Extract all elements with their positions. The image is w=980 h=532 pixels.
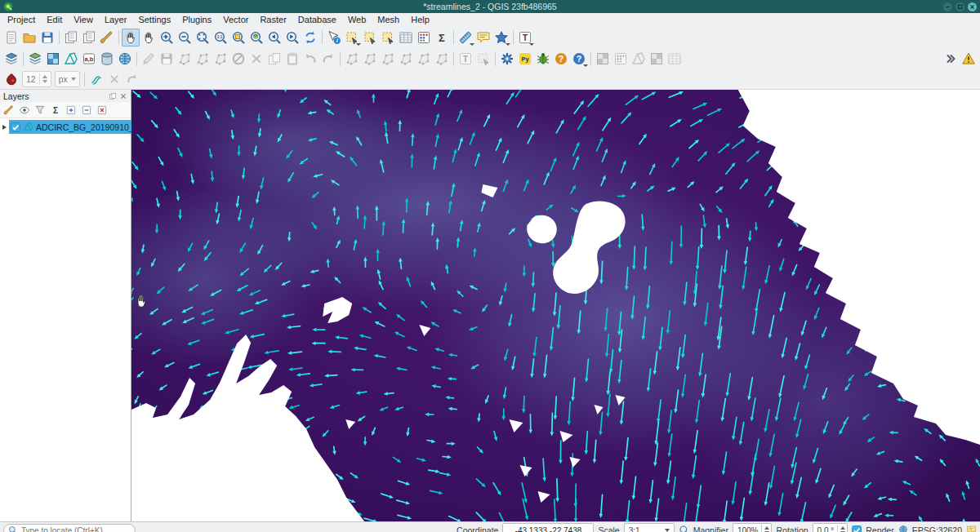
crs-status[interactable]: EPSG:32620: [912, 525, 962, 532]
magnifier-icon[interactable]: [679, 525, 689, 532]
field-calculator-button[interactable]: [415, 29, 433, 47]
redo-edit-button[interactable]: [319, 50, 337, 68]
select-by-expression-button[interactable]: [361, 29, 379, 47]
help-contents-button[interactable]: ?: [552, 50, 570, 68]
expand-all-button[interactable]: [64, 103, 78, 117]
add-mesh-layer-button[interactable]: [62, 50, 80, 68]
menu-layer[interactable]: Layer: [99, 14, 133, 25]
menu-web[interactable]: Web: [342, 14, 372, 25]
georeferencer-button[interactable]: [594, 50, 612, 68]
maximize-button[interactable]: [956, 2, 964, 11]
toggle-editing-button[interactable]: [140, 50, 158, 68]
zoom-in-button[interactable]: [158, 29, 176, 47]
layer-tree[interactable]: ADCIRC_BG_20190910_1t: [0, 118, 131, 521]
save-project-button[interactable]: [38, 29, 56, 47]
rotate-feature-button[interactable]: [397, 50, 415, 68]
paste-features-button[interactable]: [283, 50, 301, 68]
measure-button[interactable]: [457, 29, 474, 47]
zoom-to-native-button[interactable]: 1:1: [212, 29, 229, 47]
filter-legend-button[interactable]: [33, 103, 47, 117]
dropdown-arrow-icon[interactable]: [583, 64, 588, 67]
split-features-button[interactable]: [361, 50, 379, 68]
deselect-features-button[interactable]: [379, 29, 397, 47]
zoom-last-button[interactable]: [265, 29, 283, 47]
panel-close-button[interactable]: [119, 92, 127, 100]
minimize-button[interactable]: [943, 2, 952, 11]
refresh-map-button[interactable]: [301, 29, 319, 47]
interpolation-tool-button[interactable]: [630, 50, 648, 68]
label-delete-tool-button[interactable]: [105, 70, 123, 88]
open-attribute-table-button[interactable]: [397, 29, 415, 47]
map-canvas[interactable]: [131, 90, 980, 521]
zoom-to-layer-button[interactable]: [247, 29, 265, 47]
new-project-button[interactable]: [2, 29, 20, 47]
statistical-summary-button[interactable]: Σ: [433, 29, 451, 47]
zoom-next-button[interactable]: [283, 29, 301, 47]
zoom-out-button[interactable]: [176, 29, 194, 47]
layout-manager-button[interactable]: [80, 29, 98, 47]
toolbar-overflow-button[interactable]: [942, 50, 960, 68]
terrain-analysis-button[interactable]: [648, 50, 666, 68]
messages-log-icon[interactable]: [966, 525, 977, 532]
plugin-debugger-button[interactable]: [534, 50, 552, 68]
merge-features-button[interactable]: [379, 50, 397, 68]
scale-combo[interactable]: 3:1: [624, 523, 675, 532]
rotation-spinbox[interactable]: 0.0 °: [813, 523, 849, 532]
collapse-all-button[interactable]: [79, 103, 93, 117]
spinner-arrows[interactable]: [837, 525, 845, 532]
add-vector-layer-button[interactable]: [26, 50, 44, 68]
font-size-combo[interactable]: 12: [22, 71, 51, 87]
undo-edit-button[interactable]: [301, 50, 319, 68]
menu-view[interactable]: View: [68, 14, 99, 25]
units-combo[interactable]: px: [55, 71, 80, 87]
manage-map-themes-button[interactable]: [17, 103, 31, 117]
menu-vector[interactable]: Vector: [217, 14, 254, 25]
pan-to-selection-button[interactable]: [140, 29, 158, 47]
menu-project[interactable]: Project: [2, 14, 41, 25]
dropdown-arrow-icon[interactable]: [506, 43, 510, 46]
text-annotation-button[interactable]: T: [516, 29, 534, 47]
menu-plugins[interactable]: Plugins: [176, 14, 217, 25]
add-delimited-text-layer-button[interactable]: a,b: [80, 50, 98, 68]
coordinate-input[interactable]: [502, 523, 594, 532]
annotation-tool-button[interactable]: T: [457, 50, 474, 68]
panel-float-button[interactable]: [109, 92, 117, 100]
menu-help[interactable]: Help: [405, 14, 435, 25]
labeling-options-button[interactable]: [2, 70, 20, 88]
new-bookmark-button[interactable]: [492, 29, 510, 47]
select-features-button[interactable]: [343, 29, 361, 47]
grid-tool-button[interactable]: [666, 50, 684, 68]
open-layer-styling-button[interactable]: [2, 103, 16, 117]
map-tips-button[interactable]: [474, 29, 492, 47]
delete-selected-button[interactable]: [229, 50, 247, 68]
data-source-manager-button[interactable]: [2, 50, 20, 68]
reshape-features-button[interactable]: [343, 50, 361, 68]
identify-features-button[interactable]: i: [325, 29, 343, 47]
new-print-layout-button[interactable]: [62, 29, 80, 47]
copy-features-button[interactable]: [265, 50, 283, 68]
locate-input[interactable]: [20, 525, 131, 532]
user-guide-button[interactable]: ?: [570, 50, 588, 68]
font-size-spinner[interactable]: [39, 73, 47, 85]
spinner-arrows[interactable]: [761, 525, 769, 532]
style-manager-button[interactable]: [98, 29, 116, 47]
zoom-to-selection-button[interactable]: [229, 29, 247, 47]
move-annotation-button[interactable]: [474, 50, 492, 68]
label-flow-tool-button[interactable]: [87, 70, 105, 88]
locate-bar[interactable]: [3, 524, 136, 532]
render-checkbox[interactable]: [852, 525, 862, 532]
save-layer-edits-button[interactable]: [158, 50, 176, 68]
raster-calculator-button[interactable]: [612, 50, 630, 68]
move-feature-button[interactable]: [194, 50, 212, 68]
add-raster-layer-button[interactable]: [44, 50, 62, 68]
add-database-layer-button[interactable]: [98, 50, 116, 68]
offset-curve-button[interactable]: [415, 50, 433, 68]
label-rotate-tool-button[interactable]: [123, 70, 141, 88]
layer-expander-icon[interactable]: [2, 125, 7, 130]
open-project-button[interactable]: [20, 29, 38, 47]
magnifier-spinbox[interactable]: 100%: [733, 523, 773, 532]
add-wms-layer-button[interactable]: [116, 50, 134, 68]
add-feature-button[interactable]: [176, 50, 194, 68]
menu-edit[interactable]: Edit: [41, 14, 68, 25]
layer-row[interactable]: ADCIRC_BG_20190910_1t: [0, 120, 131, 134]
